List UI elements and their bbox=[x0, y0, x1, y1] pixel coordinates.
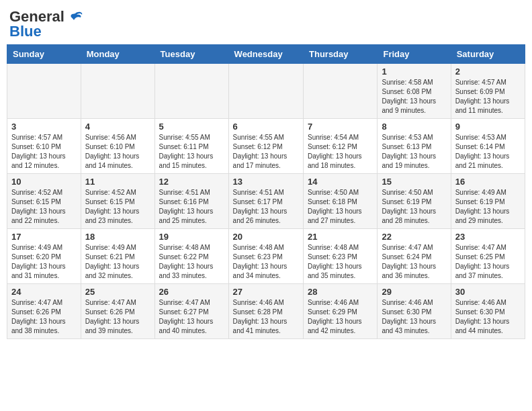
day-info: Sunrise: 4:46 AMSunset: 6:30 PMDaylight:… bbox=[382, 298, 446, 336]
day-number: 8 bbox=[382, 122, 446, 132]
day-number: 14 bbox=[308, 177, 373, 187]
day-info: Sunrise: 4:47 AMSunset: 6:26 PMDaylight:… bbox=[85, 298, 150, 336]
calendar-cell: 5Sunrise: 4:55 AMSunset: 6:11 PMDaylight… bbox=[154, 119, 228, 174]
calendar-cell: 19Sunrise: 4:48 AMSunset: 6:22 PMDayligh… bbox=[154, 229, 228, 284]
day-header-thursday: Thursday bbox=[304, 45, 378, 64]
day-info: Sunrise: 4:48 AMSunset: 6:23 PMDaylight:… bbox=[233, 243, 299, 281]
day-info: Sunrise: 4:46 AMSunset: 6:30 PMDaylight:… bbox=[455, 298, 521, 336]
day-number: 30 bbox=[455, 287, 521, 297]
day-info: Sunrise: 4:53 AMSunset: 6:13 PMDaylight:… bbox=[382, 133, 446, 171]
calendar-cell: 22Sunrise: 4:47 AMSunset: 6:24 PMDayligh… bbox=[378, 229, 451, 284]
day-number: 4 bbox=[85, 122, 150, 132]
calendar-cell: 7Sunrise: 4:54 AMSunset: 6:12 PMDaylight… bbox=[304, 119, 378, 174]
calendar-cell: 8Sunrise: 4:53 AMSunset: 6:13 PMDaylight… bbox=[378, 119, 451, 174]
day-header-wednesday: Wednesday bbox=[228, 45, 303, 64]
day-number: 5 bbox=[159, 122, 224, 132]
calendar-cell: 9Sunrise: 4:53 AMSunset: 6:14 PMDaylight… bbox=[451, 119, 525, 174]
calendar-week-2: 3Sunrise: 4:57 AMSunset: 6:10 PMDaylight… bbox=[7, 119, 525, 174]
calendar-cell: 16Sunrise: 4:49 AMSunset: 6:19 PMDayligh… bbox=[451, 174, 525, 229]
day-info: Sunrise: 4:47 AMSunset: 6:26 PMDaylight:… bbox=[11, 298, 77, 336]
day-info: Sunrise: 4:55 AMSunset: 6:11 PMDaylight:… bbox=[159, 133, 224, 171]
logo: GeneralBlue bbox=[9, 7, 85, 39]
calendar-cell: 25Sunrise: 4:47 AMSunset: 6:26 PMDayligh… bbox=[81, 284, 154, 339]
day-number: 20 bbox=[233, 232, 299, 242]
day-info: Sunrise: 4:46 AMSunset: 6:28 PMDaylight:… bbox=[233, 298, 299, 336]
day-header-sunday: Sunday bbox=[7, 45, 81, 64]
day-number: 27 bbox=[233, 287, 299, 297]
calendar-cell: 24Sunrise: 4:47 AMSunset: 6:26 PMDayligh… bbox=[7, 284, 81, 339]
page-header: GeneralBlue bbox=[7, 7, 525, 39]
calendar-cell: 11Sunrise: 4:52 AMSunset: 6:15 PMDayligh… bbox=[81, 174, 154, 229]
calendar-cell: 2Sunrise: 4:57 AMSunset: 6:09 PMDaylight… bbox=[451, 64, 525, 119]
day-number: 11 bbox=[85, 177, 150, 187]
day-number: 7 bbox=[308, 122, 373, 132]
day-number: 1 bbox=[382, 66, 446, 77]
day-info: Sunrise: 4:46 AMSunset: 6:29 PMDaylight:… bbox=[308, 298, 373, 336]
calendar-cell bbox=[228, 64, 303, 119]
day-info: Sunrise: 4:47 AMSunset: 6:27 PMDaylight:… bbox=[159, 298, 224, 336]
calendar-cell: 20Sunrise: 4:48 AMSunset: 6:23 PMDayligh… bbox=[228, 229, 303, 284]
calendar-table: SundayMondayTuesdayWednesdayThursdayFrid… bbox=[7, 44, 525, 339]
day-number: 28 bbox=[308, 287, 373, 297]
calendar-cell: 6Sunrise: 4:55 AMSunset: 6:12 PMDaylight… bbox=[228, 119, 303, 174]
day-number: 18 bbox=[85, 232, 150, 242]
day-info: Sunrise: 4:51 AMSunset: 6:17 PMDaylight:… bbox=[233, 188, 299, 226]
calendar-cell: 27Sunrise: 4:46 AMSunset: 6:28 PMDayligh… bbox=[228, 284, 303, 339]
day-number: 15 bbox=[382, 177, 446, 187]
calendar-cell bbox=[7, 64, 81, 119]
day-info: Sunrise: 4:54 AMSunset: 6:12 PMDaylight:… bbox=[308, 133, 373, 171]
calendar-cell: 13Sunrise: 4:51 AMSunset: 6:17 PMDayligh… bbox=[228, 174, 303, 229]
calendar-cell: 12Sunrise: 4:51 AMSunset: 6:16 PMDayligh… bbox=[154, 174, 228, 229]
day-info: Sunrise: 4:51 AMSunset: 6:16 PMDaylight:… bbox=[159, 188, 224, 226]
day-number: 10 bbox=[11, 177, 77, 187]
day-number: 16 bbox=[455, 177, 521, 187]
day-number: 3 bbox=[11, 122, 77, 132]
calendar-cell: 26Sunrise: 4:47 AMSunset: 6:27 PMDayligh… bbox=[154, 284, 228, 339]
calendar-cell: 4Sunrise: 4:56 AMSunset: 6:10 PMDaylight… bbox=[81, 119, 154, 174]
day-number: 2 bbox=[455, 66, 521, 77]
calendar-cell bbox=[154, 64, 228, 119]
day-number: 12 bbox=[159, 177, 224, 187]
day-info: Sunrise: 4:58 AMSunset: 6:08 PMDaylight:… bbox=[382, 78, 446, 116]
calendar-week-1: 1Sunrise: 4:58 AMSunset: 6:08 PMDaylight… bbox=[7, 64, 525, 119]
calendar-cell: 3Sunrise: 4:57 AMSunset: 6:10 PMDaylight… bbox=[7, 119, 81, 174]
day-header-friday: Friday bbox=[378, 45, 451, 64]
day-info: Sunrise: 4:55 AMSunset: 6:12 PMDaylight:… bbox=[233, 133, 299, 171]
day-number: 23 bbox=[455, 232, 521, 242]
day-info: Sunrise: 4:57 AMSunset: 6:10 PMDaylight:… bbox=[11, 133, 77, 171]
day-info: Sunrise: 4:57 AMSunset: 6:09 PMDaylight:… bbox=[455, 78, 521, 116]
day-number: 17 bbox=[11, 232, 77, 242]
calendar-cell: 17Sunrise: 4:49 AMSunset: 6:20 PMDayligh… bbox=[7, 229, 81, 284]
calendar-cell bbox=[81, 64, 154, 119]
day-number: 29 bbox=[382, 287, 446, 297]
day-number: 6 bbox=[233, 122, 299, 132]
calendar-cell bbox=[304, 64, 378, 119]
day-info: Sunrise: 4:52 AMSunset: 6:15 PMDaylight:… bbox=[11, 188, 77, 226]
calendar-cell: 15Sunrise: 4:50 AMSunset: 6:19 PMDayligh… bbox=[378, 174, 451, 229]
calendar-cell: 28Sunrise: 4:46 AMSunset: 6:29 PMDayligh… bbox=[304, 284, 378, 339]
day-info: Sunrise: 4:49 AMSunset: 6:20 PMDaylight:… bbox=[11, 243, 77, 281]
day-info: Sunrise: 4:50 AMSunset: 6:19 PMDaylight:… bbox=[382, 188, 446, 226]
day-number: 21 bbox=[308, 232, 373, 242]
day-number: 24 bbox=[11, 287, 77, 297]
calendar-cell: 14Sunrise: 4:50 AMSunset: 6:18 PMDayligh… bbox=[304, 174, 378, 229]
calendar-cell: 23Sunrise: 4:47 AMSunset: 6:25 PMDayligh… bbox=[451, 229, 525, 284]
logo-text: GeneralBlue bbox=[9, 9, 64, 39]
day-number: 26 bbox=[159, 287, 224, 297]
day-info: Sunrise: 4:47 AMSunset: 6:25 PMDaylight:… bbox=[455, 243, 521, 281]
day-info: Sunrise: 4:53 AMSunset: 6:14 PMDaylight:… bbox=[455, 133, 521, 171]
day-header-saturday: Saturday bbox=[451, 45, 525, 64]
day-info: Sunrise: 4:49 AMSunset: 6:19 PMDaylight:… bbox=[455, 188, 521, 226]
calendar-week-3: 10Sunrise: 4:52 AMSunset: 6:15 PMDayligh… bbox=[7, 174, 525, 229]
day-number: 19 bbox=[159, 232, 224, 242]
calendar-cell: 10Sunrise: 4:52 AMSunset: 6:15 PMDayligh… bbox=[7, 174, 81, 229]
calendar-cell: 29Sunrise: 4:46 AMSunset: 6:30 PMDayligh… bbox=[378, 284, 451, 339]
day-info: Sunrise: 4:50 AMSunset: 6:18 PMDaylight:… bbox=[308, 188, 373, 226]
day-number: 22 bbox=[382, 232, 446, 242]
calendar-cell: 1Sunrise: 4:58 AMSunset: 6:08 PMDaylight… bbox=[378, 64, 451, 119]
day-number: 9 bbox=[455, 122, 521, 132]
calendar-week-5: 24Sunrise: 4:47 AMSunset: 6:26 PMDayligh… bbox=[7, 284, 525, 339]
logo-bird-icon bbox=[66, 8, 85, 27]
day-number: 13 bbox=[233, 177, 299, 187]
calendar-week-4: 17Sunrise: 4:49 AMSunset: 6:20 PMDayligh… bbox=[7, 229, 525, 284]
